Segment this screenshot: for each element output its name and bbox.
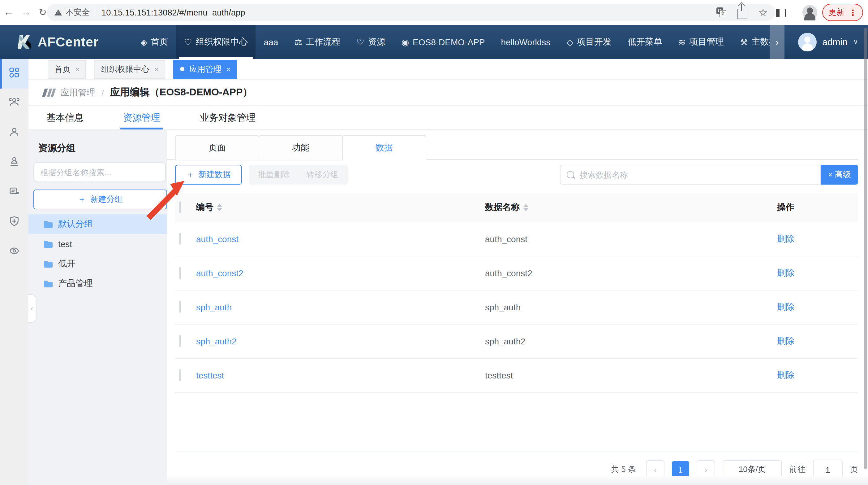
advanced-search-button[interactable]: » 高级 [821,165,858,184]
group-list-item[interactable]: test [28,234,167,254]
navbar-menu-item[interactable]: ◉ EOS8-DEMO-APP [394,25,493,59]
advanced-label: 高级 [835,169,851,180]
navbar-scroll-right-icon[interactable]: › [770,25,784,59]
page-scrollbar[interactable] [864,28,867,469]
group-list-item[interactable]: 产品管理 [28,274,167,294]
group-list-item[interactable]: 低开 [28,254,167,274]
user-avatar[interactable] [798,32,817,51]
side-panel-icon[interactable] [776,9,786,17]
delete-link[interactable]: 删除 [777,336,858,347]
sidebar-item[interactable] [0,237,28,267]
navbar-menu-item[interactable]: ≋ 项目管理 [670,25,732,59]
browser-back-icon[interactable]: ← [0,6,17,19]
table-row: sph_auth sph_auth 删除 [175,290,858,324]
page-tab-chip[interactable]: 首页 × [48,60,86,78]
delete-link[interactable]: 删除 [777,233,858,245]
group-list-item[interactable]: 默认分组 [28,214,167,234]
page-tab-chip[interactable]: 组织权限中心 × [94,60,165,78]
data-code-link[interactable]: sph_auth [196,302,485,312]
navbar-menu-item[interactable]: ⚒︎ 主数据管理 [732,25,770,59]
main-tab[interactable]: 基本信息 [45,106,85,130]
close-icon[interactable]: × [226,65,230,73]
browser-update-button[interactable]: 更新 ⋮ [822,4,863,21]
translate-icon[interactable]: G文 [716,7,726,17]
sidebar-item[interactable] [0,118,28,148]
new-group-button[interactable]: ＋ 新建分组 [33,190,167,209]
page-tab-chip[interactable]: 应用管理 × [173,60,237,78]
sort-icon[interactable] [217,203,222,211]
data-code-link[interactable]: auth_const [196,234,485,244]
afcenter-logo-icon [17,34,32,50]
row-checkbox[interactable] [179,267,181,279]
navbar-menu-item-label: helloWorldss [501,37,551,47]
next-page-button[interactable]: › [696,460,715,479]
sidebar-item[interactable] [0,148,28,178]
group-search-input[interactable] [33,162,166,182]
close-icon[interactable]: × [75,65,80,73]
workspace: 首页 × 组织权限中心 × 应用管理 × 应用管理 / [28,59,868,485]
navbar-menu-item-label: 工作流程 [306,36,341,47]
column-header-name[interactable]: 数据名称 [485,202,777,213]
panel-collapse-handle[interactable]: ‹ [28,294,36,323]
resource-type-tab[interactable]: 页面 [175,135,259,161]
resource-type-tabs: 页面 功能 数据 [167,135,858,160]
row-checkbox[interactable] [179,369,181,381]
table-row: auth_const auth_const 删除 [175,222,858,256]
main-tab[interactable]: 资源管理 [122,106,161,130]
column-header-code[interactable]: 编号 [196,202,485,213]
bookmark-star-icon[interactable]: ☆ [758,6,768,19]
security-warning-icon [55,9,62,16]
browser-profile-avatar[interactable] [802,5,817,20]
sidebar-item[interactable] [0,89,28,118]
row-checkbox[interactable] [179,335,181,347]
transfer-group-button[interactable]: 转移分组 [297,165,348,184]
browser-menu-dots-icon[interactable]: ⋮ [849,8,857,17]
navbar-menu-item[interactable]: ◇ 项目开发 [558,25,620,59]
navbar-menu-item[interactable]: aaa [256,25,286,59]
data-code-link[interactable]: testtest [196,370,485,380]
document-icon [8,185,21,200]
user-menu[interactable]: admin ∨ [798,25,858,59]
main-tab[interactable]: 业务对象管理 [198,106,257,130]
browser-forward-icon[interactable]: → [17,6,35,19]
close-icon[interactable]: × [154,65,158,73]
navbar-menu-item[interactable]: ♡ 资源 [349,25,394,59]
row-checkbox[interactable] [179,301,181,313]
row-checkbox[interactable] [179,233,181,245]
url-text[interactable]: 10.15.15.151:13082/#/menu_auth/app [101,8,716,17]
share-icon[interactable] [738,8,747,19]
navbar-menu-item[interactable]: ⚖︎ 工作流程 [286,25,348,59]
page-size-select[interactable]: 10条/页 [723,460,782,479]
current-page-button[interactable]: 1 [672,461,689,478]
new-data-button[interactable]: ＋ 新建数据 [175,165,242,184]
resource-type-tab[interactable]: 数据 [342,135,426,161]
resource-group-panel: 资源分组 ＋ 新建分组 默认分组 test [28,130,167,485]
breadcrumb-section[interactable]: 应用管理 [61,87,95,98]
prev-page-button[interactable]: ‹ [646,460,664,479]
batch-delete-button[interactable]: 批量删除 [249,165,300,184]
navbar-menu-item[interactable]: helloWorldss [493,25,559,59]
data-search-input[interactable] [579,169,814,180]
breadcrumb-separator: / [101,88,104,97]
navbar-menu-item[interactable]: ♡ 组织权限中心 [176,25,256,59]
delete-link[interactable]: 删除 [777,267,858,279]
navbar-menu-item[interactable]: 低开菜单 [620,25,670,59]
resource-type-tab[interactable]: 功能 [258,135,343,161]
group-name: 低开 [58,258,75,269]
table-row: auth_const2 auth_const2 删除 [175,256,858,290]
chevron-down-icon: ∨ [853,38,858,46]
navbar-menu-item-label: 主数据管理 [751,36,770,47]
sidebar-item[interactable] [0,178,28,207]
layers-icon: ≋ [678,37,685,47]
address-bar[interactable]: 不安全 10.15.15.151:13082/#/menu_auth/app G… [47,4,775,21]
data-code-link[interactable]: sph_auth2 [196,336,485,346]
sidebar-item[interactable] [0,207,28,237]
select-all-checkbox[interactable] [179,201,181,213]
delete-link[interactable]: 删除 [777,370,858,381]
data-code-link[interactable]: auth_const2 [196,268,485,278]
navbar-menu-item[interactable]: ◈ 首页 [132,25,176,59]
sidebar-item[interactable] [0,59,28,89]
delete-link[interactable]: 删除 [777,302,858,313]
brand[interactable]: AFCenter [17,34,99,50]
sort-icon[interactable] [523,203,528,211]
